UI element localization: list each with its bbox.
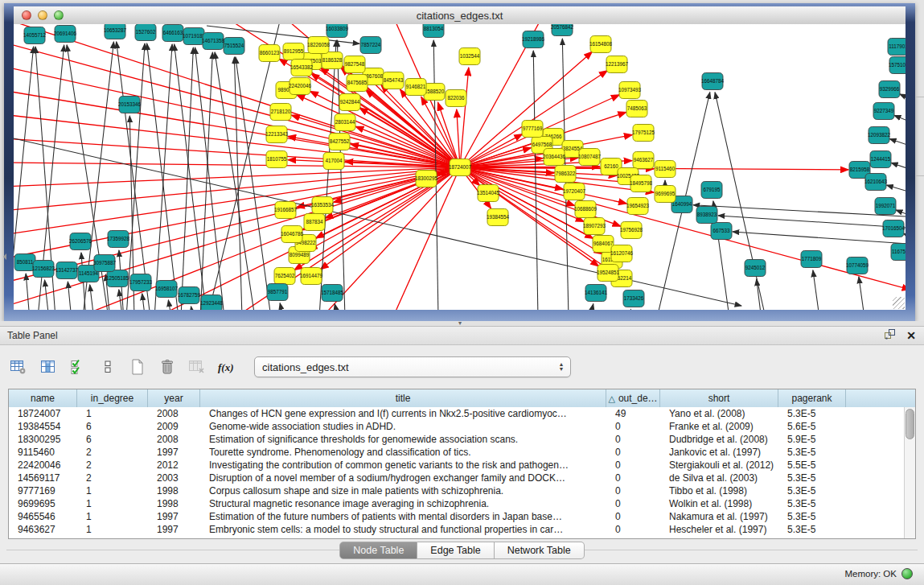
cell[interactable]: 1 — [77, 510, 148, 523]
network-node[interactable]: 8660123 — [259, 45, 280, 62]
network-node[interactable]: 19218986 — [522, 31, 545, 48]
network-node[interactable]: 7857224 — [360, 37, 381, 54]
network-node[interactable]: 18724007 — [449, 159, 472, 176]
table-row[interactable]: 1872400712008Changes of HCN gene express… — [9, 407, 905, 420]
network-node[interactable]: 14136141 — [585, 285, 608, 302]
network-node[interactable]: 16543382 — [290, 60, 314, 76]
cell[interactable]: 1 — [77, 523, 148, 536]
network-node[interactable]: 8475685 — [347, 75, 368, 92]
cell[interactable]: 0 — [606, 510, 660, 523]
network-node[interactable]: 16210643 — [864, 174, 888, 191]
network-node[interactable]: 14671358 — [202, 33, 225, 50]
network-node[interactable]: 822036 — [446, 90, 466, 107]
cell[interactable]: 6 — [77, 433, 148, 446]
network-node[interactable]: 16648784 — [701, 73, 725, 90]
cell[interactable]: 5.3E-5 — [778, 472, 846, 484]
network-node[interactable]: 1167533 — [891, 244, 906, 261]
cell[interactable]: 22420046 — [9, 459, 77, 472]
network-node[interactable]: 9777169 — [522, 121, 543, 138]
network-node[interactable]: 17359928 — [107, 231, 130, 248]
cell[interactable]: Embryonic stem cells: a model to study s… — [200, 523, 606, 536]
cell[interactable]: 2009 — [148, 420, 200, 433]
network-node[interactable]: 9146821 — [405, 79, 426, 96]
network-node[interactable]: 16154808 — [589, 36, 613, 53]
network-node[interactable]: 12923448 — [200, 295, 224, 311]
network-node[interactable]: 10774059 — [846, 257, 869, 274]
column-header-in_degree[interactable]: in_degree — [77, 389, 148, 407]
network-node[interactable]: 8813054 — [423, 24, 444, 38]
network-node[interactable]: 19720407 — [563, 183, 586, 200]
network-node[interactable]: 1117901 — [888, 39, 906, 56]
network-node[interactable]: 1244415 — [870, 151, 891, 168]
cell[interactable]: Disruption of a novel member of a sodium… — [200, 472, 606, 484]
cell[interactable]: 2 — [77, 459, 148, 472]
table-row[interactable]: 1456911722003Disruption of a novel membe… — [9, 472, 905, 484]
cell[interactable]: Corpus callosum shape and size in male p… — [200, 484, 606, 497]
table-row[interactable]: 911546021997Tourette syndrome. Phenomeno… — [9, 446, 905, 459]
table-row[interactable]: 1938455462009Genome-wide association stu… — [9, 420, 905, 433]
network-node[interactable]: 7625402 — [274, 268, 295, 285]
table-row[interactable]: 969969511998Structural magnetic resonanc… — [9, 497, 905, 510]
table-row[interactable]: 946554611997Estimation of the future num… — [9, 510, 905, 523]
network-node[interactable]: 12156823 — [32, 261, 55, 278]
select-rows-check-icon[interactable] — [68, 357, 88, 377]
cell[interactable]: 5.3E-5 — [778, 497, 846, 510]
network-node[interactable]: 15751074 — [889, 57, 906, 74]
cell[interactable]: 0 — [606, 446, 660, 459]
network-node[interactable]: 22420046 — [289, 78, 312, 95]
network-node[interactable]: 20576842 — [551, 24, 574, 36]
cell[interactable]: Hescheler et al. (1997) — [660, 523, 778, 536]
network-node[interactable]: 19654923 — [626, 198, 650, 215]
network-node[interactable]: 17957233 — [129, 274, 153, 291]
cell[interactable]: Yano et al. (2008) — [660, 407, 778, 420]
cell[interactable]: 9777169 — [9, 484, 77, 497]
network-node[interactable]: 667533 — [711, 223, 732, 240]
network-node[interactable]: 19756928 — [620, 222, 643, 239]
create-table-icon[interactable] — [127, 357, 148, 377]
cell[interactable]: 5.5E-5 — [778, 459, 846, 472]
cell[interactable]: 1 — [77, 484, 148, 497]
cell[interactable]: 0 — [606, 459, 660, 472]
network-node[interactable]: 887834 — [304, 214, 325, 231]
column-header-title[interactable]: title — [200, 389, 606, 407]
network-node[interactable]: 19166857 — [274, 202, 298, 219]
network-node[interactable]: 8427552 — [329, 134, 350, 150]
close-panel-icon[interactable]: ✕ — [906, 329, 916, 342]
float-panel-icon[interactable] — [884, 328, 897, 343]
column-header-year[interactable]: year — [148, 389, 200, 407]
network-node[interactable]: 16914479 — [300, 268, 323, 285]
cell[interactable]: 5.3E-5 — [778, 484, 846, 497]
network-node[interactable]: 1771809 — [801, 251, 822, 268]
cell[interactable]: Nakamura et al. (1997) — [660, 510, 778, 523]
cell[interactable]: 1998 — [148, 497, 200, 510]
cell[interactable]: 1 — [77, 407, 148, 420]
table-row[interactable]: 1830029562008Estimation of significance … — [9, 433, 905, 446]
network-node[interactable]: 26206576 — [69, 233, 92, 250]
network-node[interactable]: 18495798 — [630, 175, 653, 192]
table-vertical-scrollbar[interactable] — [904, 407, 915, 538]
network-node[interactable]: 18300295 — [415, 171, 438, 187]
network-node[interactable]: 12505185 — [106, 270, 129, 287]
cell[interactable]: Tibbo et al. (1998) — [660, 484, 778, 497]
network-node[interactable]: 18226058 — [307, 37, 331, 54]
resize-grip[interactable] — [893, 297, 905, 309]
network-node[interactable]: 16958107 — [155, 281, 179, 298]
cell[interactable]: 0 — [606, 484, 660, 497]
network-node[interactable]: 9827548 — [344, 56, 365, 73]
tab-edge-table[interactable]: Edge Table — [417, 542, 494, 559]
cell[interactable]: 5.3E-5 — [778, 407, 846, 420]
network-node[interactable]: 18907293 — [583, 218, 606, 235]
cell[interactable]: Tourette syndrome. Phenomenology and cla… — [200, 446, 606, 459]
network-node[interactable]: 1992071 — [875, 198, 896, 215]
scrollbar-thumb[interactable] — [906, 409, 914, 439]
network-node[interactable]: 13514045 — [477, 185, 500, 202]
cell[interactable]: 0 — [606, 497, 660, 510]
network-node[interactable]: 19384554 — [487, 209, 510, 226]
network-node[interactable]: 8938923 — [696, 207, 717, 224]
network-node[interactable]: 7986322 — [555, 166, 576, 183]
cell[interactable]: 5.3E-5 — [778, 446, 846, 459]
network-node[interactable]: 8454743 — [383, 72, 404, 89]
cell[interactable]: 5.9E-5 — [778, 433, 846, 446]
cell[interactable]: 1997 — [148, 523, 200, 536]
cell[interactable]: 2012 — [148, 459, 200, 472]
